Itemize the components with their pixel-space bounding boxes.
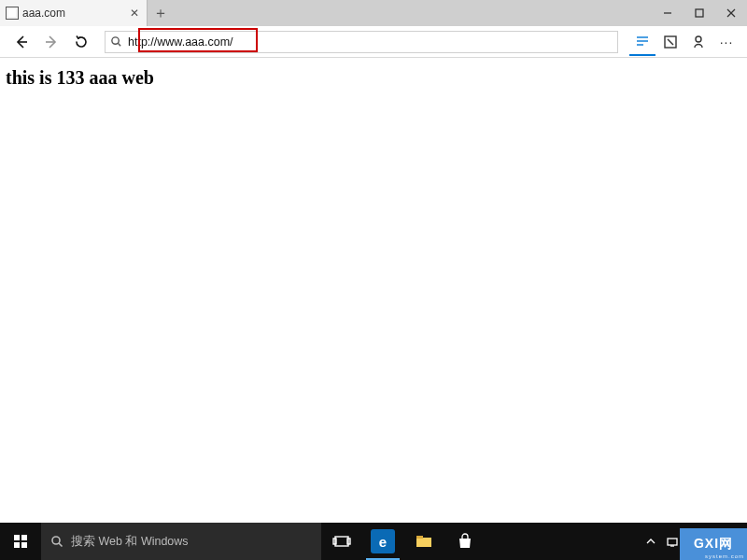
svg-point-17 bbox=[52, 537, 60, 544]
taskbar: 搜索 Web 和 Windows e GXI网 syste bbox=[0, 523, 747, 560]
taskbar-app-explorer[interactable] bbox=[403, 523, 444, 560]
tab-strip: aaa.com ✕ ＋ bbox=[0, 0, 747, 26]
svg-rect-1 bbox=[696, 9, 703, 17]
watermark-brand: GXI网 bbox=[694, 536, 733, 553]
toolbar: ··· bbox=[0, 26, 747, 58]
tray-network-icon[interactable] bbox=[665, 535, 679, 549]
page-icon bbox=[6, 7, 19, 20]
share-button[interactable] bbox=[685, 28, 712, 56]
page-body: this is 133 aaa web bbox=[0, 58, 747, 523]
webnote-button[interactable] bbox=[657, 28, 684, 56]
more-button[interactable]: ··· bbox=[713, 28, 740, 56]
watermark-sub: system.com bbox=[705, 553, 744, 559]
minimize-button[interactable] bbox=[652, 0, 684, 26]
page-heading: this is 133 aaa web bbox=[6, 67, 741, 89]
watermark-logo: GXI网 system.com bbox=[680, 528, 747, 560]
window-controls bbox=[652, 0, 747, 26]
close-window-button[interactable] bbox=[715, 0, 747, 26]
search-icon bbox=[106, 35, 126, 48]
svg-rect-15 bbox=[14, 542, 20, 548]
url-input[interactable] bbox=[126, 33, 617, 51]
taskbar-app-store[interactable] bbox=[444, 523, 486, 560]
svg-rect-13 bbox=[14, 535, 20, 540]
new-tab-button[interactable]: ＋ bbox=[148, 0, 174, 26]
edge-icon: e bbox=[371, 529, 395, 553]
svg-rect-14 bbox=[21, 535, 27, 540]
taskbar-search-placeholder: 搜索 Web 和 Windows bbox=[71, 534, 189, 550]
hub-button[interactable] bbox=[629, 28, 655, 56]
svg-line-18 bbox=[59, 543, 63, 547]
svg-point-12 bbox=[696, 36, 701, 42]
svg-rect-19 bbox=[335, 537, 348, 546]
back-button[interactable] bbox=[9, 30, 34, 54]
tab-active[interactable]: aaa.com ✕ bbox=[0, 0, 148, 26]
svg-rect-22 bbox=[416, 538, 431, 547]
forward-button[interactable] bbox=[39, 30, 63, 54]
refresh-button[interactable] bbox=[69, 30, 93, 54]
search-icon bbox=[50, 535, 63, 548]
tab-title: aaa.com bbox=[22, 7, 124, 20]
maximize-button[interactable] bbox=[684, 0, 715, 26]
taskbar-app-edge[interactable]: e bbox=[362, 523, 403, 560]
svg-rect-24 bbox=[668, 539, 677, 545]
tray-chevron-up-icon[interactable] bbox=[643, 535, 657, 549]
svg-line-7 bbox=[118, 43, 120, 46]
svg-rect-23 bbox=[416, 536, 423, 539]
close-tab-button[interactable]: ✕ bbox=[128, 7, 141, 19]
task-view-button[interactable] bbox=[321, 523, 362, 560]
start-button[interactable] bbox=[0, 523, 41, 560]
address-bar[interactable] bbox=[105, 31, 618, 53]
svg-rect-16 bbox=[21, 542, 27, 548]
svg-point-6 bbox=[111, 37, 118, 44]
taskbar-search[interactable]: 搜索 Web 和 Windows bbox=[41, 523, 321, 560]
